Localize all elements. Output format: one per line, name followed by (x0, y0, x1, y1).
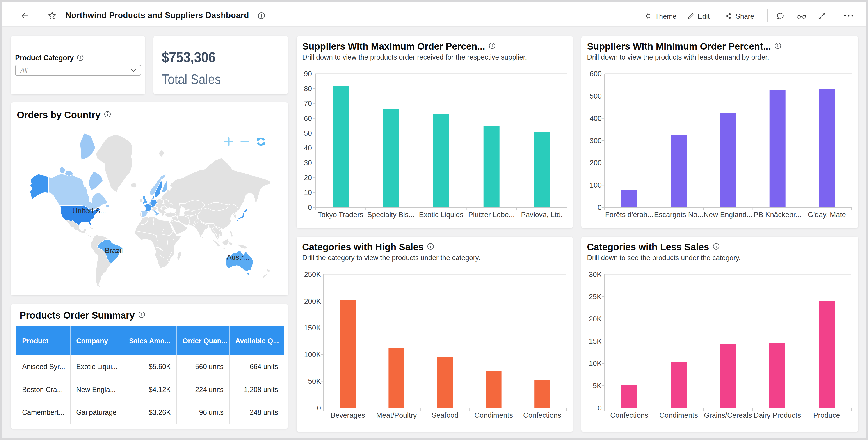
svg-text:0: 0 (598, 203, 602, 211)
svg-text:Dairy Products: Dairy Products (754, 411, 801, 419)
svg-text:Austr...: Austr... (227, 253, 249, 261)
svg-text:Meat/Poultry: Meat/Poultry (376, 411, 417, 419)
svg-text:PB Knäckebr...: PB Knäckebr... (753, 210, 801, 218)
svg-text:Forêts d'érab...: Forêts d'érab... (605, 210, 653, 218)
svg-text:0: 0 (317, 404, 321, 412)
svg-text:Seafood: Seafood (432, 411, 458, 419)
svg-text:Tokyo Traders: Tokyo Traders (318, 210, 363, 218)
svg-text:Confections: Confections (610, 411, 648, 419)
svg-text:40: 40 (304, 144, 312, 152)
svg-text:United S...: United S... (72, 207, 106, 215)
svg-text:30: 30 (304, 159, 312, 167)
svg-text:20K: 20K (589, 315, 602, 323)
svg-text:400: 400 (590, 114, 602, 122)
svg-text:60: 60 (304, 114, 312, 122)
svg-text:Confections: Confections (523, 411, 561, 419)
svg-text:15K: 15K (589, 337, 602, 345)
svg-text:10K: 10K (589, 359, 602, 368)
svg-text:250K: 250K (304, 270, 321, 278)
svg-text:30K: 30K (589, 270, 602, 278)
svg-text:Brazil: Brazil (105, 246, 123, 255)
svg-text:100: 100 (590, 181, 602, 189)
svg-text:Condiments: Condiments (659, 411, 698, 419)
svg-text:5K: 5K (593, 382, 602, 390)
svg-text:G'day, Mate: G'day, Mate (808, 210, 846, 218)
svg-text:100K: 100K (304, 351, 321, 359)
svg-text:150K: 150K (304, 324, 321, 332)
svg-text:20: 20 (304, 174, 312, 182)
svg-text:600: 600 (590, 70, 602, 78)
svg-text:0: 0 (598, 404, 602, 412)
svg-text:50: 50 (304, 129, 312, 137)
svg-text:200K: 200K (304, 297, 321, 305)
svg-text:0: 0 (308, 203, 312, 211)
svg-text:Condiments: Condiments (474, 411, 513, 419)
svg-text:Exotic Liquids: Exotic Liquids (419, 210, 463, 218)
svg-text:Produce: Produce (813, 411, 840, 419)
svg-text:Escargots No...: Escargots No... (654, 210, 703, 218)
svg-text:Grains/Cereals: Grains/Cereals (704, 411, 752, 419)
svg-text:Specialty Bis...: Specialty Bis... (367, 210, 414, 218)
svg-text:80: 80 (304, 85, 312, 93)
svg-text:50K: 50K (308, 377, 321, 385)
svg-text:Beverages: Beverages (331, 411, 365, 419)
svg-text:500: 500 (590, 92, 602, 100)
svg-text:90: 90 (304, 70, 312, 78)
svg-text:Pavlova, Ltd.: Pavlova, Ltd. (521, 210, 563, 218)
svg-text:25K: 25K (589, 293, 602, 301)
svg-text:70: 70 (304, 99, 312, 108)
svg-text:200: 200 (590, 159, 602, 167)
svg-text:Plutzer Lebe...: Plutzer Lebe... (468, 210, 515, 218)
svg-text:300: 300 (590, 137, 602, 145)
svg-text:New England...: New England... (704, 210, 752, 218)
svg-text:10: 10 (304, 188, 312, 197)
